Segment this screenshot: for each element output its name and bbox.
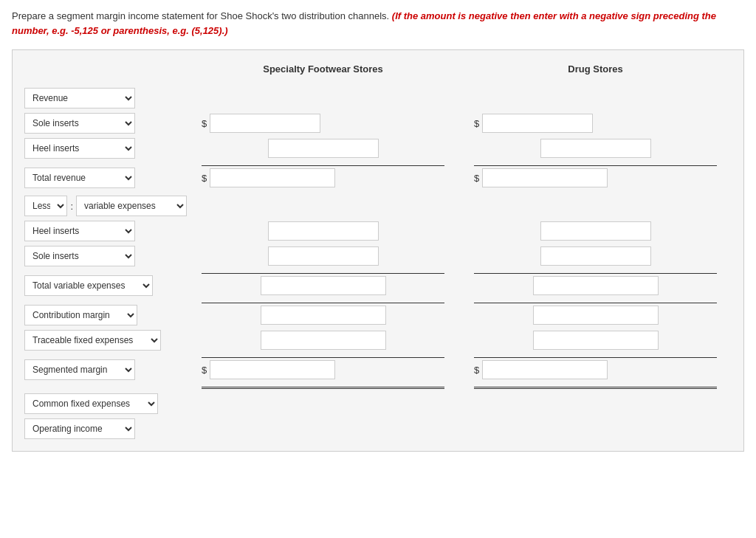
dollar-1a: $ bbox=[202, 118, 207, 129]
double-underline-1-drug bbox=[474, 384, 717, 389]
operating-income-row: Operating income bbox=[24, 418, 732, 439]
underline-2-specialty bbox=[202, 271, 444, 274]
drug-stores-header: Drug Stores bbox=[459, 58, 732, 80]
total-revenue-row: Total revenue $ $ bbox=[24, 168, 732, 188]
double-underline-1 bbox=[24, 384, 732, 389]
heel-inserts-2-specialty-cell bbox=[187, 221, 459, 241]
underline-4-specialty bbox=[202, 355, 444, 358]
operating-income-label-cell: Operating income bbox=[24, 418, 187, 439]
underline-4 bbox=[24, 355, 732, 358]
total-variable-row: Total variable expenses bbox=[24, 275, 732, 296]
total-revenue-label-cell: Total revenue bbox=[24, 168, 187, 188]
sole-inserts-2-drug-input[interactable] bbox=[540, 246, 651, 266]
total-revenue-specialty-cell: $ bbox=[187, 168, 459, 187]
total-variable-specialty-cell bbox=[187, 276, 459, 295]
contribution-margin-label-cell: Contribution margin bbox=[24, 305, 187, 325]
revenue-row: Revenue bbox=[24, 88, 732, 108]
instructions-text: Prepare a segment margin income statemen… bbox=[12, 9, 744, 38]
contribution-margin-row: Contribution margin bbox=[24, 305, 732, 325]
total-variable-select[interactable]: Total variable expenses bbox=[24, 275, 153, 296]
heel-inserts-1-row: Heel inserts bbox=[24, 138, 732, 159]
contribution-margin-drug-input[interactable] bbox=[533, 306, 659, 325]
sole-inserts-2-label-cell: Sole inserts bbox=[24, 246, 187, 266]
heel-inserts-1-drug-input[interactable] bbox=[540, 139, 651, 158]
sole-inserts-1-row: Sole inserts $ $ bbox=[24, 113, 732, 134]
sole-inserts-2-specialty-cell bbox=[187, 246, 459, 266]
sole-inserts-1-label-cell: Sole inserts bbox=[24, 113, 187, 134]
heel-inserts-1-drug-cell bbox=[459, 139, 732, 158]
total-revenue-specialty-input[interactable] bbox=[210, 168, 335, 187]
header-row: Specialty Footwear Stores Drug Stores bbox=[24, 58, 732, 80]
heel-inserts-1-label-cell: Heel inserts bbox=[24, 138, 187, 159]
heel-inserts-2-drug-cell bbox=[459, 221, 732, 241]
traceable-fixed-label-cell: Traceable fixed expenses bbox=[24, 330, 187, 351]
main-container: Prepare a segment margin income statemen… bbox=[0, 0, 756, 461]
double-underline-1-specialty bbox=[202, 384, 444, 389]
total-variable-drug-cell bbox=[459, 276, 732, 295]
col-label-header bbox=[24, 58, 187, 80]
dollar-3a: $ bbox=[202, 365, 207, 376]
underline-2 bbox=[24, 271, 732, 274]
underline-3-specialty bbox=[202, 300, 444, 303]
sole-inserts-2-select[interactable]: Sole inserts bbox=[24, 246, 135, 266]
dollar-2b: $ bbox=[474, 173, 479, 184]
revenue-select[interactable]: Revenue bbox=[24, 88, 135, 108]
common-fixed-label-cell: Common fixed expenses bbox=[24, 393, 187, 414]
sole-inserts-2-drug-cell bbox=[459, 246, 732, 266]
segmented-margin-drug-input[interactable] bbox=[482, 360, 608, 379]
heel-inserts-2-drug-input[interactable] bbox=[540, 221, 651, 241]
segmented-margin-row: Segmented margin $ $ bbox=[24, 359, 732, 380]
less-variable-row: Less : variable expenses bbox=[24, 196, 732, 216]
underline-1 bbox=[24, 163, 732, 166]
heel-inserts-2-row: Heel inserts bbox=[24, 221, 732, 241]
underline-4-drug bbox=[474, 355, 717, 358]
segmented-margin-specialty-input[interactable] bbox=[210, 360, 335, 379]
heel-inserts-1-select[interactable]: Heel inserts bbox=[24, 138, 135, 159]
traceable-fixed-select[interactable]: Traceable fixed expenses bbox=[24, 330, 161, 351]
operating-income-select[interactable]: Operating income bbox=[24, 418, 135, 439]
traceable-fixed-drug-input[interactable] bbox=[533, 331, 659, 350]
sole-inserts-1-select[interactable]: Sole inserts bbox=[24, 113, 135, 134]
heel-inserts-2-specialty-input[interactable] bbox=[268, 221, 379, 241]
segmented-margin-drug-cell: $ bbox=[459, 360, 732, 379]
colon: : bbox=[70, 201, 73, 212]
sole-inserts-2-specialty-input[interactable] bbox=[268, 246, 379, 266]
traceable-fixed-row: Traceable fixed expenses bbox=[24, 330, 732, 351]
contribution-margin-specialty-input[interactable] bbox=[261, 306, 386, 325]
total-revenue-drug-input[interactable] bbox=[482, 168, 608, 187]
sole-inserts-1-drug-input[interactable] bbox=[482, 114, 593, 133]
revenue-label-cell: Revenue bbox=[24, 88, 187, 108]
underline-1-specialty bbox=[202, 163, 444, 166]
total-revenue-select[interactable]: Total revenue bbox=[24, 168, 135, 188]
sole-inserts-1-specialty-input[interactable] bbox=[210, 114, 320, 133]
common-fixed-row: Common fixed expenses bbox=[24, 393, 732, 414]
total-variable-specialty-input[interactable] bbox=[261, 276, 386, 295]
heel-inserts-1-specialty-input[interactable] bbox=[268, 139, 379, 158]
sole-inserts-1-specialty-cell: $ bbox=[187, 114, 459, 133]
variable-expenses-select[interactable]: variable expenses bbox=[76, 196, 187, 216]
less-select[interactable]: Less bbox=[24, 196, 67, 216]
underline-3 bbox=[24, 300, 732, 303]
underline-3-drug bbox=[474, 300, 717, 303]
common-fixed-select[interactable]: Common fixed expenses bbox=[24, 393, 158, 414]
traceable-fixed-specialty-cell bbox=[187, 331, 459, 350]
segmented-margin-specialty-cell: $ bbox=[187, 360, 459, 379]
heel-inserts-1-specialty-cell bbox=[187, 139, 459, 158]
sole-inserts-1-drug-cell: $ bbox=[459, 114, 732, 133]
sole-inserts-2-row: Sole inserts bbox=[24, 246, 732, 266]
contribution-margin-specialty-cell bbox=[187, 306, 459, 325]
dollar-2a: $ bbox=[202, 173, 207, 184]
instruction-main: Prepare a segment margin income statemen… bbox=[12, 10, 389, 21]
total-variable-drug-input[interactable] bbox=[533, 276, 659, 295]
total-variable-label-cell: Total variable expenses bbox=[24, 275, 187, 296]
dollar-1b: $ bbox=[474, 118, 479, 129]
dollar-3b: $ bbox=[474, 365, 479, 376]
segmented-margin-select[interactable]: Segmented margin bbox=[24, 359, 135, 380]
underline-1-drug bbox=[474, 163, 717, 166]
underline-2-drug bbox=[474, 271, 717, 274]
contribution-margin-select[interactable]: Contribution margin bbox=[24, 305, 137, 325]
traceable-fixed-specialty-input[interactable] bbox=[261, 331, 386, 350]
traceable-fixed-drug-cell bbox=[459, 331, 732, 350]
less-variable-label-cell: Less : variable expenses bbox=[24, 196, 187, 216]
heel-inserts-2-select[interactable]: Heel inserts bbox=[24, 221, 135, 241]
